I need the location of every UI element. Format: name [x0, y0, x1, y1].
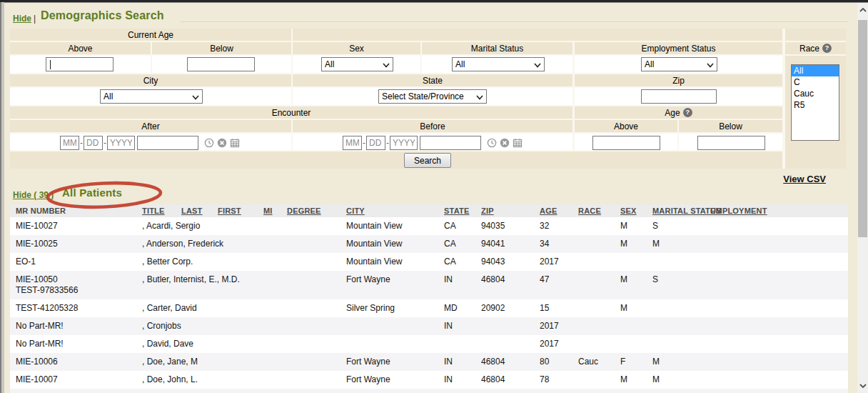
- view-csv-link[interactable]: View CSV: [678, 174, 826, 184]
- cell-marital: [652, 335, 710, 353]
- table-row[interactable]: MIE-10025, Anderson, FrederickMountain V…: [10, 235, 848, 253]
- cell-race: [578, 253, 620, 271]
- page-title: Demographics Search: [41, 9, 164, 22]
- header-separator: |: [34, 14, 36, 24]
- cell-state: CA: [444, 235, 481, 253]
- cell-employment: [710, 235, 848, 253]
- after-month-input[interactable]: [60, 136, 79, 150]
- sort-link[interactable]: RACE: [578, 207, 601, 215]
- col-header-age: AGE: [540, 204, 578, 217]
- cell-patient-name: , David, Dave: [142, 335, 346, 353]
- cell-zip: 46804: [481, 353, 540, 371]
- after-date-input[interactable]: [137, 136, 198, 150]
- cell-age: 2017: [540, 253, 578, 271]
- cell-age: 32: [540, 217, 578, 235]
- cell-sex: [620, 253, 652, 271]
- table-row[interactable]: TEST-41205328, Carter, DavidSilver Sprin…: [10, 299, 848, 317]
- after-year-input[interactable]: [107, 136, 135, 150]
- cell-age: 2017: [540, 335, 578, 353]
- col-header-city: CITY: [346, 204, 444, 217]
- scroll-down-button[interactable]: [857, 380, 868, 392]
- cell-marital: M: [652, 353, 710, 371]
- sort-link[interactable]: STATE: [444, 207, 469, 215]
- sort-link[interactable]: MI: [263, 207, 273, 215]
- race-option-all[interactable]: All: [792, 65, 839, 76]
- sort-link[interactable]: TITLE: [142, 207, 165, 215]
- race-help-icon[interactable]: ?: [822, 44, 832, 53]
- scrollbar-thumb[interactable]: [858, 20, 867, 237]
- search-row-bg: [10, 151, 782, 169]
- before-date-input[interactable]: [420, 136, 481, 150]
- race-label-text: Race: [799, 44, 819, 54]
- age-above-input[interactable]: [592, 136, 660, 150]
- cell-race: [578, 317, 620, 335]
- table-row[interactable]: MIE-10027, Acardi, SergioMountain ViewCA…: [10, 217, 848, 235]
- age-below-input[interactable]: [697, 136, 765, 150]
- col-header-mr-number: MR NUMBER: [10, 204, 142, 217]
- date-dash: -: [363, 138, 365, 148]
- state-select[interactable]: Select State/Province: [378, 89, 487, 104]
- sex-select[interactable]: All: [321, 57, 393, 71]
- sort-link[interactable]: FIRST: [218, 207, 241, 215]
- sort-link[interactable]: EMPLOYMENT: [710, 207, 767, 215]
- cell-employment: [710, 371, 848, 389]
- before-day-input[interactable]: [366, 136, 385, 150]
- cell-employment: [710, 389, 848, 393]
- calendar-icon[interactable]: [230, 138, 240, 148]
- scroll-up-button[interactable]: [857, 4, 868, 16]
- cell-sex: M: [620, 217, 652, 235]
- race-option-cauc[interactable]: Cauc: [792, 88, 839, 99]
- cell-zip: 46804: [481, 271, 540, 299]
- sort-link[interactable]: LAST: [181, 207, 203, 215]
- clock-icon[interactable]: [487, 138, 497, 148]
- sort-link[interactable]: ZIP: [481, 207, 494, 215]
- age-header-text: Age: [665, 108, 680, 118]
- hide-search-link[interactable]: Hide: [13, 14, 31, 24]
- after-day-input[interactable]: [84, 136, 103, 150]
- cell-mr-number: MIE-10007: [10, 371, 142, 389]
- race-option-c[interactable]: C: [792, 76, 839, 88]
- clock-icon[interactable]: [204, 138, 214, 148]
- city-label: City: [10, 74, 291, 86]
- table-row[interactable]: EO-1, Better Corp.Mountain ViewCA9404320…: [10, 253, 848, 271]
- marital-status-select[interactable]: All: [452, 57, 545, 71]
- zip-input[interactable]: [641, 89, 717, 104]
- clear-date-icon[interactable]: [500, 138, 510, 148]
- current-age-above-input[interactable]: [46, 57, 113, 71]
- sort-link[interactable]: DEGREE: [287, 207, 321, 215]
- cell-sex: [620, 335, 652, 353]
- cell-zip: [481, 317, 540, 335]
- vertical-scrollbar[interactable]: [857, 3, 868, 393]
- calendar-icon[interactable]: [513, 138, 523, 148]
- employment-status-select[interactable]: All: [641, 57, 717, 71]
- marital-status-select-value: All: [455, 59, 465, 69]
- chevron-down-icon: [534, 63, 541, 68]
- patients-table: MR NUMBERTITLELASTFIRSTMIDEGREECITYSTATE…: [10, 204, 848, 393]
- cell-marital: S: [652, 217, 710, 235]
- cell-state: CA: [444, 253, 481, 271]
- age-help-icon[interactable]: ?: [683, 108, 692, 117]
- current-age-below-input[interactable]: [187, 57, 255, 71]
- hide-results-link[interactable]: Hide ( 39 ): [13, 190, 54, 200]
- before-year-input[interactable]: [390, 136, 418, 150]
- cell-mr-number: TEST-41205328: [10, 299, 142, 317]
- search-button[interactable]: Search: [404, 153, 451, 168]
- marital-status-label: Marital Status: [422, 42, 572, 54]
- clear-date-icon[interactable]: [217, 138, 227, 148]
- race-listbox[interactable]: AllCCaucR5: [791, 64, 839, 141]
- sort-link[interactable]: AGE: [540, 207, 557, 215]
- cell-age: 78: [540, 371, 578, 389]
- cell-marital: M: [652, 371, 710, 389]
- table-row[interactable]: EO-2, Example, OrderFort WayneIN46804201…: [10, 389, 848, 393]
- before-month-input[interactable]: [343, 136, 362, 150]
- table-row[interactable]: MIE-10007, Doe, John, L.Fort WayneIN4680…: [10, 371, 848, 389]
- table-row[interactable]: No Part-MR!, CronjobsIN2017: [10, 317, 848, 335]
- table-row[interactable]: MIE-10050TEST-97833566, Butler, Internis…: [10, 271, 848, 299]
- table-row[interactable]: MIE-10006, Doe, Jane, MFort WayneIN46804…: [10, 353, 848, 371]
- sort-link[interactable]: CITY: [346, 207, 365, 215]
- cell-city: Mountain View: [346, 217, 444, 235]
- city-select[interactable]: All: [100, 89, 203, 104]
- race-option-r5[interactable]: R5: [792, 99, 839, 111]
- sort-link[interactable]: SEX: [620, 207, 637, 215]
- table-row[interactable]: No Part-MR!, David, Dave2017: [10, 335, 848, 353]
